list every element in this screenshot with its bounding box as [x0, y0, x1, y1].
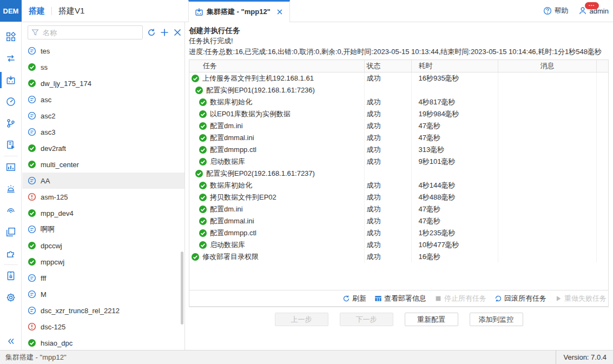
- wizard-buttons: 上一步下一步重新配置添加到监控: [189, 313, 609, 326]
- check-circle-icon: [199, 134, 207, 142]
- tree-item-mpp_dev4[interactable]: mpp_dev4: [22, 205, 184, 221]
- tree-item-M[interactable]: M: [22, 286, 184, 302]
- top-nav: 搭建 搭建V1: [29, 6, 84, 16]
- task-row[interactable]: 拷贝数据文件到EP02成功4秒488毫秒: [189, 191, 608, 203]
- task-duration: 4秒144毫秒: [418, 181, 455, 190]
- task-row[interactable]: 配置实例EP02(192.168.1.61:7237): [189, 168, 608, 180]
- tree-item-asc2[interactable]: asc2: [22, 108, 184, 124]
- task-row[interactable]: 配置dm.ini成功47毫秒: [189, 203, 608, 215]
- toolbar-refresh[interactable]: 刷新: [342, 294, 366, 303]
- cluster-name: fff: [41, 274, 46, 282]
- collapse-sidebar-button[interactable]: [0, 337, 21, 346]
- plugin-icon: [6, 249, 16, 259]
- tree-search-row: [22, 22, 184, 43]
- tree-item-dw_ljy_175_174[interactable]: dw_ljy_175_174: [22, 75, 184, 91]
- tab-cluster-build[interactable]: 集群搭建 - "mpp12": [188, 0, 290, 22]
- grid-icon: [6, 32, 16, 42]
- tree-item-啊啊[interactable]: 啊啊: [22, 221, 184, 237]
- dashed-circle-icon: [28, 274, 36, 282]
- task-name: 上传服务器文件到主机192.168.1.61: [202, 74, 314, 83]
- column-header-status[interactable]: 状态: [365, 60, 412, 72]
- tree-item-asc3[interactable]: asc3: [22, 124, 184, 140]
- task-row[interactable]: 配置dmmal.ini成功47毫秒: [189, 132, 608, 144]
- task-status: 成功: [367, 216, 381, 226]
- task-status: 成功: [367, 252, 381, 262]
- rail-item-settings-icon[interactable]: [0, 287, 21, 308]
- tree-item-dev2raft[interactable]: dev2raft: [22, 140, 184, 156]
- task-row[interactable]: 数据库初始化成功4秒817毫秒: [189, 96, 608, 108]
- rail-item-transfer-icon[interactable]: [0, 48, 21, 69]
- tab-close-icon[interactable]: [276, 8, 284, 16]
- branch-icon: [6, 118, 16, 128]
- user-menu[interactable]: ... admin: [578, 6, 609, 15]
- tree-item-dpccwj[interactable]: dpccwj: [22, 237, 184, 254]
- notification-badge[interactable]: ...: [585, 2, 599, 9]
- task-row[interactable]: 配置实例EP01(192.168.1.61:7236): [189, 84, 608, 96]
- rail-item-deploy-icon[interactable]: [0, 69, 21, 91]
- tree-item-dsc_xzr_trunc8_rel_2212[interactable]: dsc_xzr_trunc8_rel_2212: [22, 302, 184, 319]
- tree-item-hsiao_dpc[interactable]: hsiao_dpc: [22, 335, 184, 350]
- tree-item-fff[interactable]: fff: [22, 270, 184, 286]
- plus-icon[interactable]: [160, 28, 169, 37]
- task-status: 成功: [367, 157, 381, 167]
- tree-scrollbar[interactable]: [181, 252, 183, 325]
- column-header-message[interactable]: 消息: [498, 60, 597, 72]
- rail-item-package-icon[interactable]: [0, 265, 21, 287]
- help-button[interactable]: 帮助: [543, 6, 569, 16]
- check-circle-icon: [28, 241, 36, 250]
- tree-item-dsc-125[interactable]: dsc-125: [22, 319, 184, 335]
- tree-item-tes[interactable]: tes: [22, 43, 184, 59]
- nav-item-build-v1[interactable]: 搭建V1: [58, 6, 84, 16]
- column-header-task[interactable]: 任务: [189, 60, 365, 72]
- column-header-duration[interactable]: 耗时: [412, 60, 498, 72]
- package-icon: [6, 271, 16, 281]
- error-circle-icon: [28, 322, 36, 331]
- rail-item-script-icon[interactable]: [0, 134, 21, 156]
- app-logo: DEM: [0, 0, 22, 22]
- table-header: 任务 状态 耗时 消息: [189, 60, 608, 72]
- rail-item-gauge-icon[interactable]: [0, 91, 21, 112]
- check-circle-icon: [191, 253, 200, 261]
- toolbar-label: 查看部署信息: [384, 294, 426, 303]
- button-添加到监控[interactable]: 添加到监控: [470, 313, 523, 326]
- task-row[interactable]: 启动数据库成功10秒477毫秒: [189, 239, 608, 251]
- rail-item-branch-icon[interactable]: [0, 112, 21, 134]
- task-row[interactable]: 配置dmmpp.ctl成功313毫秒: [189, 144, 608, 156]
- rollback-icon: [495, 295, 502, 302]
- rail-item-plugin-icon[interactable]: [0, 243, 21, 264]
- search-input[interactable]: [42, 28, 139, 37]
- check-circle-icon: [28, 63, 36, 71]
- cluster-name: asc2: [41, 112, 55, 120]
- task-duration: 47毫秒: [418, 133, 440, 143]
- toolbar-rollback[interactable]: 回滚所有任务: [495, 294, 546, 303]
- rail-item-grid-icon[interactable]: [0, 26, 21, 48]
- tree-item-asc[interactable]: asc: [22, 91, 184, 108]
- task-row[interactable]: 修改部署目录权限成功16毫秒: [189, 251, 608, 263]
- task-row[interactable]: 启动数据库成功9秒101毫秒: [189, 156, 608, 168]
- tree-item-mppcwj[interactable]: mppcwj: [22, 254, 184, 270]
- tree-item-ss[interactable]: ss: [22, 59, 184, 75]
- refresh-icon[interactable]: [147, 28, 156, 37]
- cluster-name: asc: [41, 96, 51, 104]
- search-box[interactable]: [28, 25, 143, 39]
- task-row[interactable]: 上传服务器文件到主机192.168.1.61成功16秒935毫秒: [189, 72, 608, 84]
- button-重新配置[interactable]: 重新配置: [405, 313, 458, 326]
- task-row[interactable]: 配置dmmal.ini成功47毫秒: [189, 215, 608, 227]
- task-row[interactable]: 数据库初始化成功4秒144毫秒: [189, 180, 608, 191]
- stop-icon: [434, 295, 442, 302]
- close-icon[interactable]: [173, 28, 182, 37]
- task-status: 成功: [367, 97, 381, 107]
- tree-item-AA[interactable]: AA: [22, 173, 184, 189]
- rail-item-chart-icon[interactable]: [0, 156, 21, 178]
- tree-item-asm-125[interactable]: asm-125: [22, 189, 184, 205]
- rail-item-monitor-wave-icon[interactable]: [0, 200, 21, 221]
- rail-item-alarm-icon[interactable]: [0, 178, 21, 200]
- tree-item-multi_center[interactable]: multi_center: [22, 156, 184, 173]
- button-下一步: 下一步: [340, 313, 393, 326]
- task-row[interactable]: 以EP01库数据为实例数据成功19秒984毫秒: [189, 108, 608, 120]
- task-row[interactable]: 配置dmmpp.ctl成功1秒235毫秒: [189, 227, 608, 239]
- rail-item-copy-icon[interactable]: [0, 221, 21, 243]
- task-row[interactable]: 配置dm.ini成功47毫秒: [189, 120, 608, 132]
- nav-item-build[interactable]: 搭建: [29, 6, 45, 16]
- toolbar-deploy-info[interactable]: 查看部署信息: [374, 294, 426, 303]
